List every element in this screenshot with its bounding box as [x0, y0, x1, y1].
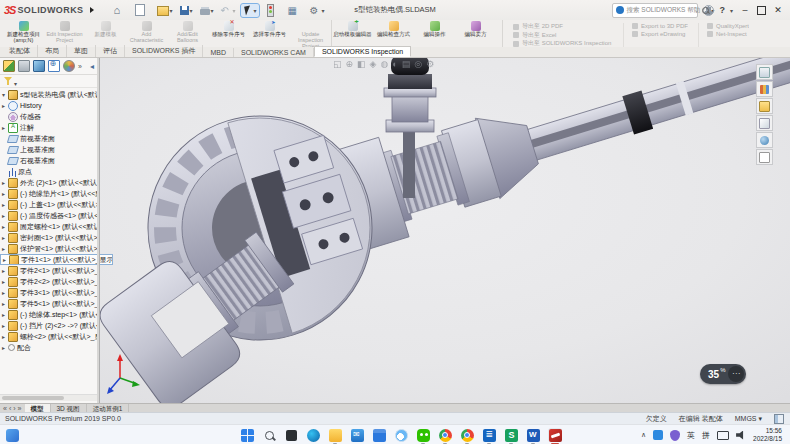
quick-access-button[interactable]: [178, 5, 195, 16]
ribbon-tab[interactable]: 装配体: [2, 45, 38, 57]
ribbon-button[interactable]: Edit Inspection Project: [44, 20, 85, 47]
quick-access-button[interactable]: [308, 4, 327, 17]
zoom-fit-icon[interactable]: ◱: [333, 59, 342, 69]
task-pane-tab[interactable]: [756, 81, 773, 97]
display-icon[interactable]: [717, 431, 729, 440]
widgets-icon[interactable]: [6, 429, 19, 442]
ribbon-tab[interactable]: MBD: [203, 48, 234, 57]
help-caret-icon[interactable]: [730, 6, 733, 15]
ribbon-button[interactable]: 新建检查项目(amp;N): [3, 20, 44, 47]
ribbon-button[interactable]: 编辑操作: [414, 20, 455, 47]
taskbar-app-button[interactable]: [504, 428, 518, 442]
tree-item[interactable]: ▸ 零件5<1> (默认<<默认>_显示状态: [0, 298, 97, 309]
help-button[interactable]: ?: [719, 5, 725, 15]
tab-nav-arrow-icon[interactable]: «: [3, 405, 7, 412]
ribbon-tab[interactable]: SOLIDWORKS CAM: [234, 48, 314, 57]
dropdown-caret-icon[interactable]: [322, 6, 325, 15]
tree-item[interactable]: ▸ 密封圈<1> (默认<<默认>_显示状态: [0, 232, 97, 243]
tab-nav-arrow-icon[interactable]: ‹: [9, 405, 11, 412]
panel-horizontal-scrollbar[interactable]: [0, 394, 97, 401]
filter-funnel-icon[interactable]: [4, 77, 12, 85]
zoom-area-icon[interactable]: ⊕: [346, 59, 354, 69]
taskbar-app-button[interactable]: [240, 428, 254, 442]
dropdown-caret-icon[interactable]: [233, 6, 236, 15]
dropdown-caret-icon[interactable]: [170, 6, 173, 15]
view-settings-icon[interactable]: ⚙: [426, 59, 434, 69]
tree-item[interactable]: ▸ History: [0, 100, 97, 111]
ribbon-button[interactable]: 移除零件序号: [208, 20, 249, 47]
tree-item[interactable]: ▸ 固定螺栓<1> (默认<<默认>_显示状: [0, 221, 97, 232]
dropdown-caret-icon[interactable]: [190, 6, 193, 15]
dropdown-caret-icon[interactable]: [254, 6, 257, 15]
export-item[interactable]: 导出至 2D PDF: [513, 23, 613, 30]
messenger-icon[interactable]: [653, 430, 663, 440]
tree-item[interactable]: ▸ 零件2<2> (默认<<默认>_显示状态: [0, 276, 97, 287]
ribbon-tab[interactable]: SOLIDWORKS Inspection: [314, 46, 411, 57]
tab-nav-arrow-icon[interactable]: »: [18, 405, 22, 412]
ribbon-button[interactable]: 新建模板: [85, 20, 126, 47]
tree-item[interactable]: ▸ 外壳 (2)<1> (默认<<默认>_显示状态: [0, 177, 97, 188]
taskbar-app-button[interactable]: [350, 428, 364, 442]
tree-item[interactable]: ▸ 右视基准面: [0, 155, 97, 166]
model-3d-view[interactable]: [100, 58, 790, 403]
shield-icon[interactable]: [670, 430, 680, 441]
ribbon-tab[interactable]: 布局: [38, 45, 67, 57]
scrollbar-thumb[interactable]: [2, 396, 64, 400]
export-item[interactable]: Export to 3D PDF: [632, 23, 688, 29]
tree-item[interactable]: ▸ (-) 绝缘体.step<1> (默认<<默认>_: [0, 309, 97, 320]
restore-button[interactable]: [757, 6, 766, 15]
panel-tab[interactable]: [2, 60, 15, 73]
tree-item[interactable]: ▸ (-) 上盖<1> (默认<<默认>_显示状态: [0, 199, 97, 210]
task-pane-tab[interactable]: [756, 149, 773, 165]
taskbar-app-button[interactable]: [306, 428, 320, 442]
ribbon-tab[interactable]: 评估: [96, 45, 125, 57]
panel-tab[interactable]: [17, 60, 30, 73]
tree-item[interactable]: ▸ 配合: [0, 342, 97, 353]
quick-access-button[interactable]: [286, 4, 305, 17]
export-item[interactable]: Net-Inspect: [707, 31, 749, 37]
tree-item[interactable]: ▸ 保护管<1> (默认<<默认>_显示状态: [0, 243, 97, 254]
dropdown-caret-icon[interactable]: [211, 6, 214, 15]
export-item[interactable]: QualityXpert: [707, 23, 749, 29]
taskbar-app-button[interactable]: [526, 428, 540, 442]
tab-nav-arrow-icon[interactable]: ›: [13, 405, 15, 412]
export-item[interactable]: Export eDrawing: [632, 31, 688, 37]
taskbar-app-button[interactable]: [394, 428, 408, 442]
menu-flyout-icon[interactable]: [90, 7, 94, 13]
quick-access-button[interactable]: [111, 4, 130, 17]
apply-scene-icon[interactable]: ◎: [414, 59, 422, 69]
panel-tabs-overflow-icon[interactable]: »: [78, 63, 82, 70]
edit-appearance-icon[interactable]: ▤: [402, 59, 411, 69]
graphics-area[interactable]: ◱ ⊕ ◧ ◈ ◍ ◐ ▤ ◎ ⚙: [100, 58, 790, 403]
quick-access-button[interactable]: [262, 3, 283, 18]
quick-access-button[interactable]: [241, 4, 259, 17]
export-item[interactable]: 导出至 SOLIDWORKS Inspection 项目: [513, 40, 613, 47]
tree-item[interactable]: ▸ 原点: [0, 166, 97, 177]
panel-tab[interactable]: [47, 60, 60, 73]
taskbar-app-button[interactable]: [460, 428, 474, 442]
tree-item[interactable]: ▸ 上视基准面: [0, 144, 97, 155]
tree-item[interactable]: ▸ 前视基准面: [0, 133, 97, 144]
recorder-menu-button[interactable]: ⋯: [728, 366, 744, 382]
status-panel-icon[interactable]: [774, 414, 784, 424]
ribbon-button[interactable]: 选择零件序号: [249, 20, 290, 47]
ribbon-button[interactable]: 编辑检查方式: [373, 20, 414, 47]
taskbar-app-button[interactable]: [372, 428, 386, 442]
panel-tab[interactable]: [32, 60, 45, 73]
tree-item[interactable]: ▸ (-) 温度传感器<1> (默认<<默认>_显: [0, 210, 97, 221]
task-pane-tab[interactable]: [756, 115, 773, 131]
task-pane-tab[interactable]: [756, 64, 773, 80]
taskbar-app-button[interactable]: [328, 428, 342, 442]
view-orientation-icon[interactable]: ◈: [370, 59, 377, 69]
taskbar-app-button[interactable]: [416, 428, 430, 442]
ribbon-button[interactable]: Add Characteristic: [126, 20, 167, 47]
ribbon-button[interactable]: Update Inspection Project: [290, 20, 331, 47]
taskbar-clock[interactable]: 15:56 2022/8/15: [753, 427, 782, 443]
taskbar-app-button[interactable]: [262, 428, 276, 442]
quick-access-button[interactable]: [198, 5, 216, 16]
taskbar-app-button[interactable]: [438, 428, 452, 442]
quick-access-button[interactable]: [219, 4, 238, 17]
quick-access-button[interactable]: [133, 3, 151, 17]
ribbon-tab[interactable]: SOLIDWORKS 插件: [125, 45, 203, 57]
tree-item[interactable]: ▸ (-) 挡片 (2)<2> ->? (默认<<默认>_: [0, 320, 97, 331]
